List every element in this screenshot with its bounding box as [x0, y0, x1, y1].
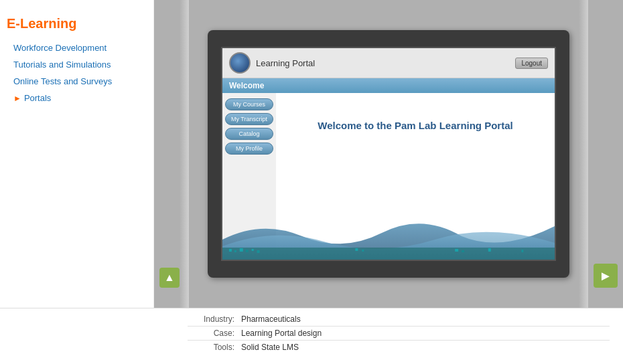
lms-welcome-bar: Welcome: [222, 78, 555, 93]
app-title: E-Learning: [7, 16, 76, 31]
monitor-screen: Learning Portal Logout Welcome My Course…: [221, 47, 556, 261]
portals-arrow-icon: ►: [13, 94, 21, 103]
right-arrow-icon: ►: [599, 268, 612, 284]
sidebar-item-tutorials[interactable]: Tutorials and Simulations: [7, 56, 147, 73]
lms-logout-button[interactable]: Logout: [515, 58, 548, 69]
sidebar-header: E-Learning: [7, 11, 147, 39]
nav-arrow-left[interactable]: ▲: [159, 268, 180, 288]
scroll-left-decoration: [180, 0, 189, 308]
info-row-industry: Industry: Pharmaceuticals: [188, 312, 610, 327]
nav-arrow-right[interactable]: ►: [594, 264, 618, 288]
info-row-tools: Tools: Solid State LMS: [188, 341, 610, 354]
svg-rect-1: [229, 249, 232, 252]
svg-rect-9: [455, 249, 458, 252]
svg-rect-3: [240, 248, 243, 252]
industry-label: Industry:: [188, 314, 241, 324]
lms-welcome-text: Welcome to the Pam Lab Learning Portal: [283, 120, 548, 131]
lms-my-profile-button[interactable]: My Profile: [225, 143, 273, 155]
info-row-case: Case: Learning Portal design: [188, 327, 610, 341]
lms-my-transcript-button[interactable]: My Transcript: [225, 113, 273, 125]
monitor-frame: Learning Portal Logout Welcome My Course…: [208, 30, 569, 278]
svg-rect-10: [462, 250, 464, 252]
svg-rect-8: [362, 250, 364, 252]
tools-label: Tools:: [188, 343, 241, 352]
lms-logo: Learning Portal: [229, 52, 315, 74]
svg-rect-2: [234, 250, 236, 252]
svg-rect-4: [246, 250, 249, 252]
lms-wave-decoration: [222, 206, 555, 260]
sidebar-item-workforce[interactable]: Workforce Development: [7, 39, 147, 56]
case-value: Learning Portal design: [241, 329, 610, 338]
content-area: Learning Portal Logout Welcome My Course…: [154, 0, 623, 308]
sidebar: E-Learning Workforce Development Tutoria…: [0, 0, 154, 308]
lms-header: Learning Portal Logout: [222, 48, 555, 78]
bottom-info-section: Industry: Pharmaceuticals Case: Learning…: [0, 308, 623, 364]
svg-rect-5: [252, 249, 254, 251]
portals-label: Portals: [24, 93, 51, 103]
left-arrow-icon: ▲: [164, 272, 175, 284]
svg-rect-11: [488, 248, 491, 252]
svg-rect-6: [257, 250, 260, 253]
page-wrapper: E-Learning Workforce Development Tutoria…: [0, 0, 623, 364]
svg-rect-7: [355, 248, 358, 251]
scroll-right-decoration: [579, 0, 588, 308]
lms-catalog-button[interactable]: Catalog: [225, 128, 273, 140]
sidebar-item-tests[interactable]: Online Tests and Surveys: [7, 73, 147, 90]
svg-rect-12: [521, 250, 523, 252]
lms-logo-circle: [229, 52, 251, 74]
case-label: Case:: [188, 329, 241, 338]
lms-my-courses-button[interactable]: My Courses: [225, 98, 273, 110]
top-section: E-Learning Workforce Development Tutoria…: [0, 0, 623, 308]
tools-value: Solid State LMS: [241, 343, 610, 352]
sidebar-portals[interactable]: ► Portals: [7, 90, 147, 106]
lms-portal-title: Learning Portal: [256, 58, 315, 68]
svg-rect-0: [222, 248, 555, 260]
industry-value: Pharmaceuticals: [241, 314, 610, 324]
